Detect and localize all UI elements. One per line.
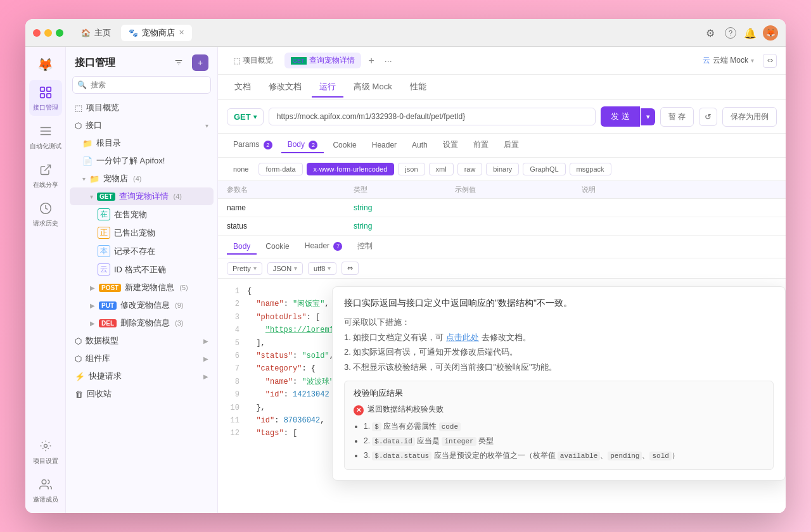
- body-binary-btn[interactable]: binary: [486, 163, 519, 175]
- sidebar-item-project-settings[interactable]: 项目设置: [29, 433, 62, 469]
- sidebar-item-automation[interactable]: 自动化测试: [29, 118, 62, 155]
- url-input[interactable]: [269, 108, 596, 125]
- param-tab-post[interactable]: 后置: [497, 137, 525, 154]
- nav-project-overview[interactable]: ⬚ 项目概览: [70, 99, 214, 117]
- maximize-button[interactable]: [56, 29, 63, 37]
- nav-root-dir[interactable]: 📁 根目录: [70, 134, 214, 152]
- toolbar-add-tab-btn[interactable]: +: [366, 55, 377, 66]
- line-content-5: ],: [247, 337, 265, 350]
- toolbar-more-btn[interactable]: ···: [382, 56, 395, 66]
- toolbar-tab-get-pet[interactable]: GET 查询宠物详情: [284, 53, 361, 68]
- add-api-btn[interactable]: +: [192, 54, 208, 71]
- resp-tab-header[interactable]: Header 7: [298, 239, 349, 255]
- validation-link[interactable]: 点击此处: [446, 332, 479, 342]
- param-tab-body[interactable]: Body 2: [281, 137, 324, 153]
- validation-measure-3: 3. 不想显示该校验结果，可关闭当前接口"校验响应"功能。: [344, 360, 774, 374]
- body-form-data-btn[interactable]: form-data: [259, 163, 302, 175]
- nav-del-pet[interactable]: ▶ DEL 删除宠物信息 (3): [70, 314, 214, 332]
- cloud-mock-btn[interactable]: 云 云端 Mock ▾: [699, 53, 758, 68]
- save-as-btn[interactable]: 保存为用例: [722, 107, 777, 127]
- tab-home[interactable]: 🏠 主页: [73, 25, 118, 41]
- body-graphql-btn[interactable]: GraphQL: [523, 163, 565, 175]
- param-tab-auth-label: Auth: [412, 141, 428, 149]
- sub-tab-perf[interactable]: 性能: [402, 77, 434, 98]
- members-icon: [37, 476, 54, 493]
- body-json-btn[interactable]: json: [398, 163, 425, 175]
- tab-close-icon[interactable]: ✕: [179, 28, 184, 37]
- nav-interface[interactable]: ⬡ 接口 ▾: [70, 117, 214, 134]
- param-name-type: string: [354, 203, 455, 212]
- body-raw-btn[interactable]: raw: [457, 163, 483, 175]
- resp-tab-body[interactable]: Body: [227, 239, 257, 255]
- nav-apifox-intro-label: 一分钟了解 Apifox!: [96, 155, 165, 167]
- param-tab-auth[interactable]: Auth: [406, 138, 434, 153]
- body-xml-btn[interactable]: xml: [429, 163, 454, 175]
- nav-post-pet[interactable]: ▶ POST 新建宠物信息 (5): [70, 279, 214, 296]
- pretty-select[interactable]: Pretty ▾: [227, 262, 262, 275]
- toolbar-tab-project-overview[interactable]: ⬚ 项目概览: [227, 53, 279, 68]
- params-table-header: 参数名 类型 示例值 说明: [218, 181, 786, 199]
- param-tab-pre-label: 前置: [473, 140, 489, 149]
- sidebar-item-members[interactable]: 邀请成员: [29, 472, 62, 508]
- close-button[interactable]: [33, 29, 41, 37]
- nav-pet-notexist[interactable]: 本 记录不存在: [70, 242, 214, 260]
- line-content-1: {: [247, 285, 252, 298]
- resp-tab-cookie[interactable]: Cookie: [259, 239, 295, 255]
- settings-icon[interactable]: ⚙: [706, 27, 717, 39]
- sort-icon-btn[interactable]: [170, 54, 187, 71]
- param-tab-settings[interactable]: 设置: [437, 137, 464, 154]
- resp-tab-body-label: Body: [233, 242, 250, 251]
- body-none-btn[interactable]: none: [227, 163, 255, 175]
- save-temp-btn[interactable]: 暂 存: [660, 107, 694, 127]
- nav-pet-shop-dir[interactable]: ▾ 📁 宠物店 (4): [70, 170, 214, 187]
- panel-collapse-btn[interactable]: ⇔: [763, 54, 777, 68]
- nav-put-pet[interactable]: ▶ PUT 修改宠物信息 (9): [70, 296, 214, 314]
- nav-get-pet[interactable]: ▾ GET 查询宠物详情 (4): [70, 187, 214, 205]
- sidebar-item-share[interactable]: 在线分享: [29, 157, 62, 193]
- line-num-5: 5: [227, 337, 239, 350]
- components-icon: ⬡: [75, 354, 82, 364]
- nav-pet-badformat[interactable]: 云 ID 格式不正确: [70, 260, 214, 279]
- json-select[interactable]: JSON ▾: [267, 262, 303, 275]
- sidebar-item-interface[interactable]: 接口管理: [29, 80, 62, 116]
- send-main-btn[interactable]: 发 送: [601, 106, 640, 127]
- resp-tab-control[interactable]: 控制: [351, 238, 379, 255]
- wrap-btn[interactable]: ⇔: [342, 262, 359, 275]
- notification-icon[interactable]: 🔔: [744, 27, 755, 39]
- nav-components[interactable]: ⬡ 组件库 ▶: [70, 350, 214, 367]
- nav-quick-req[interactable]: ⚡ 快捷请求 ▶: [70, 367, 214, 385]
- param-tab-cookie[interactable]: Cookie: [326, 138, 362, 153]
- sidebar-item-history[interactable]: 请求历史: [29, 196, 62, 232]
- search-input[interactable]: [72, 76, 211, 94]
- minimize-button[interactable]: [44, 29, 52, 37]
- nav-pet-onsale[interactable]: 在 在售宠物: [70, 205, 214, 224]
- svg-rect-0: [40, 87, 44, 91]
- param-tab-pre[interactable]: 前置: [467, 137, 495, 154]
- avatar[interactable]: 🦊: [763, 25, 778, 41]
- validation-error-1: 1. $ 应当有必需属性 code: [364, 419, 764, 434]
- help-icon[interactable]: ?: [725, 27, 736, 39]
- api-sidebar: 接口管理 + 🔍 ⬚ 项目概览 ⬡ 接口: [66, 47, 218, 513]
- tab-pet-shop[interactable]: 🐾 宠物商店 ✕: [121, 25, 192, 41]
- method-select[interactable]: GET ▾: [227, 108, 264, 125]
- validation-result-title: 校验响应结果: [354, 388, 764, 399]
- param-tab-params[interactable]: Params 2: [227, 137, 279, 153]
- nav-apifox-intro[interactable]: 📄 一分钟了解 Apifox!: [70, 152, 214, 170]
- line-num-12: 12: [227, 427, 239, 440]
- param-tab-header[interactable]: Header: [366, 138, 403, 153]
- send-dropdown-btn[interactable]: ▾: [641, 108, 655, 125]
- body-urlencoded-btn[interactable]: x-www-form-urlencoded: [307, 163, 395, 175]
- nav-pet-sold[interactable]: 正 已售出宠物: [70, 224, 214, 242]
- sub-tab-run[interactable]: 运行: [312, 77, 343, 98]
- pet-shop-count: (4): [133, 175, 141, 182]
- body-msgpack-btn[interactable]: msgpack: [570, 163, 611, 175]
- search-icon: 🔍: [77, 80, 87, 89]
- nav-data-models[interactable]: ⬡ 数据模型 ▶: [70, 332, 214, 350]
- sub-tab-doc[interactable]: 文档: [227, 77, 259, 98]
- encoding-select[interactable]: utf8 ▾: [308, 262, 336, 275]
- home-icon: 🏠: [81, 28, 91, 37]
- sub-tab-edit[interactable]: 修改文档: [261, 77, 309, 98]
- nav-recycle[interactable]: 🗑 回收站: [70, 385, 214, 403]
- sub-tab-advanced-mock[interactable]: 高级 Mock: [346, 77, 400, 98]
- refresh-btn[interactable]: ↺: [699, 108, 717, 126]
